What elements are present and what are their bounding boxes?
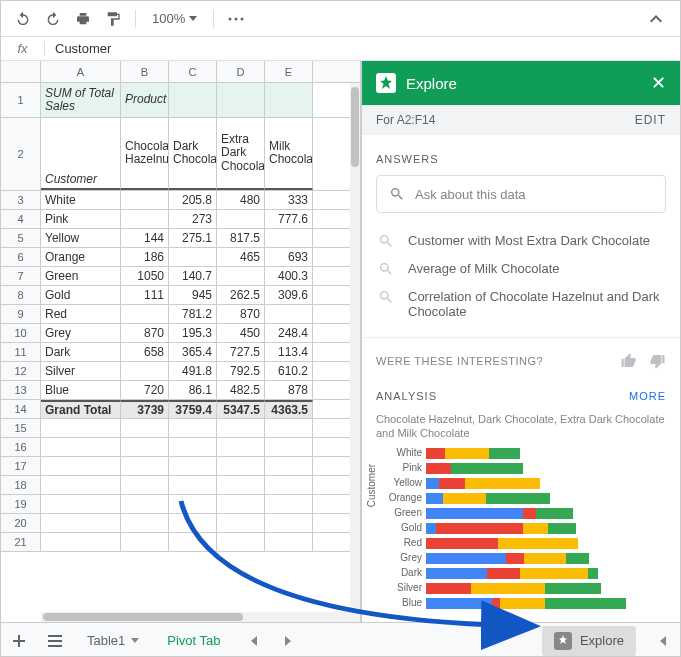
row-header[interactable]: 20 <box>1 514 41 532</box>
row-header[interactable]: 10 <box>1 324 41 342</box>
cell[interactable]: 248.4 <box>265 324 313 342</box>
collapse-explore-icon[interactable] <box>644 623 680 658</box>
suggestion-item[interactable]: Customer with Most Extra Dark Chocolate <box>376 227 666 255</box>
print-icon[interactable] <box>71 7 95 31</box>
cell[interactable]: Pink <box>41 210 121 228</box>
explore-button[interactable]: Explore <box>542 626 636 656</box>
tab-scroll-left-icon[interactable] <box>235 623 271 658</box>
all-sheets-button[interactable] <box>37 623 73 658</box>
zoom-dropdown[interactable]: 100% <box>146 11 203 26</box>
cell[interactable]: 3739 <box>121 400 169 418</box>
ask-input[interactable]: Ask about this data <box>376 175 666 213</box>
cell[interactable] <box>265 229 313 247</box>
row-header[interactable]: 21 <box>1 533 41 551</box>
cell[interactable] <box>169 457 217 475</box>
cell[interactable]: 400.3 <box>265 267 313 285</box>
cell[interactable] <box>121 495 169 513</box>
col-header[interactable]: C <box>169 61 217 82</box>
cell[interactable] <box>265 419 313 437</box>
cell[interactable]: 658 <box>121 343 169 361</box>
cell[interactable]: 365.4 <box>169 343 217 361</box>
cell[interactable] <box>217 476 265 494</box>
paint-format-icon[interactable] <box>101 7 125 31</box>
cell[interactable]: 5347.5 <box>217 400 265 418</box>
row-header[interactable]: 15 <box>1 419 41 437</box>
cell[interactable]: 113.4 <box>265 343 313 361</box>
cell[interactable]: Gold <box>41 286 121 304</box>
cell[interactable]: Orange <box>41 248 121 266</box>
suggestion-item[interactable]: Average of Milk Chocolate <box>376 255 666 283</box>
cell[interactable]: Customer <box>41 118 121 190</box>
row-header[interactable]: 7 <box>1 267 41 285</box>
cell[interactable]: 693 <box>265 248 313 266</box>
cell[interactable] <box>169 83 217 117</box>
cell[interactable] <box>41 533 121 551</box>
suggestion-item[interactable]: Correlation of Chocolate Hazelnut and Da… <box>376 283 666 325</box>
cell[interactable] <box>169 438 217 456</box>
analysis-chart[interactable]: Customer WhitePinkYellowOrangeGreenGoldR… <box>376 447 666 611</box>
cell[interactable] <box>265 476 313 494</box>
cell[interactable] <box>121 210 169 228</box>
cell[interactable] <box>265 457 313 475</box>
cell[interactable] <box>121 305 169 323</box>
row-header[interactable]: 11 <box>1 343 41 361</box>
cell[interactable]: 111 <box>121 286 169 304</box>
cell[interactable]: Product <box>121 83 169 117</box>
cell[interactable]: 720 <box>121 381 169 399</box>
cell[interactable] <box>121 533 169 551</box>
thumbs-up-icon[interactable] <box>620 352 638 370</box>
cell[interactable]: Blue <box>41 381 121 399</box>
collapse-toolbar-icon[interactable] <box>642 5 670 33</box>
cell[interactable] <box>217 267 265 285</box>
cell[interactable]: 878 <box>265 381 313 399</box>
cell[interactable] <box>121 438 169 456</box>
row-header[interactable]: 16 <box>1 438 41 456</box>
col-header[interactable]: B <box>121 61 169 82</box>
cell[interactable]: White <box>41 191 121 209</box>
cell[interactable]: 273 <box>169 210 217 228</box>
col-header[interactable]: A <box>41 61 121 82</box>
cell[interactable] <box>169 248 217 266</box>
row-header[interactable]: 14 <box>1 400 41 418</box>
cell[interactable]: Green <box>41 267 121 285</box>
row-header[interactable]: 6 <box>1 248 41 266</box>
cell[interactable]: 491.8 <box>169 362 217 380</box>
cell[interactable] <box>217 457 265 475</box>
cell[interactable]: 144 <box>121 229 169 247</box>
cell[interactable] <box>169 495 217 513</box>
cell[interactable] <box>169 514 217 532</box>
row-header[interactable]: 12 <box>1 362 41 380</box>
horizontal-scrollbar[interactable] <box>41 612 350 622</box>
col-header[interactable]: D <box>217 61 265 82</box>
tab-table1[interactable]: Table1 <box>73 623 153 658</box>
thumbs-down-icon[interactable] <box>648 352 666 370</box>
add-sheet-button[interactable] <box>1 623 37 658</box>
cell[interactable]: 781.2 <box>169 305 217 323</box>
tab-scroll-right-icon[interactable] <box>271 623 307 658</box>
cell[interactable] <box>217 514 265 532</box>
cell[interactable]: 4363.5 <box>265 400 313 418</box>
cell[interactable] <box>217 210 265 228</box>
cell[interactable]: Extra Dark Chocolate <box>217 118 265 190</box>
undo-icon[interactable] <box>11 7 35 31</box>
cell[interactable] <box>265 533 313 551</box>
row-header[interactable]: 9 <box>1 305 41 323</box>
cell[interactable]: 870 <box>121 324 169 342</box>
cell[interactable] <box>217 495 265 513</box>
more-link[interactable]: MORE <box>629 390 666 402</box>
cell[interactable] <box>265 438 313 456</box>
cell[interactable] <box>217 83 265 117</box>
cell[interactable]: 3759.4 <box>169 400 217 418</box>
cell[interactable]: SUM of Total Sales <box>41 83 121 117</box>
cell[interactable] <box>41 419 121 437</box>
cell[interactable]: 817.5 <box>217 229 265 247</box>
cell[interactable] <box>121 419 169 437</box>
cell[interactable]: 792.5 <box>217 362 265 380</box>
cell[interactable]: 86.1 <box>169 381 217 399</box>
cell[interactable] <box>41 457 121 475</box>
cell[interactable]: 727.5 <box>217 343 265 361</box>
col-header[interactable]: E <box>265 61 313 82</box>
formula-input[interactable]: Customer <box>45 41 680 56</box>
edit-range-button[interactable]: EDIT <box>635 113 666 127</box>
row-header[interactable]: 13 <box>1 381 41 399</box>
